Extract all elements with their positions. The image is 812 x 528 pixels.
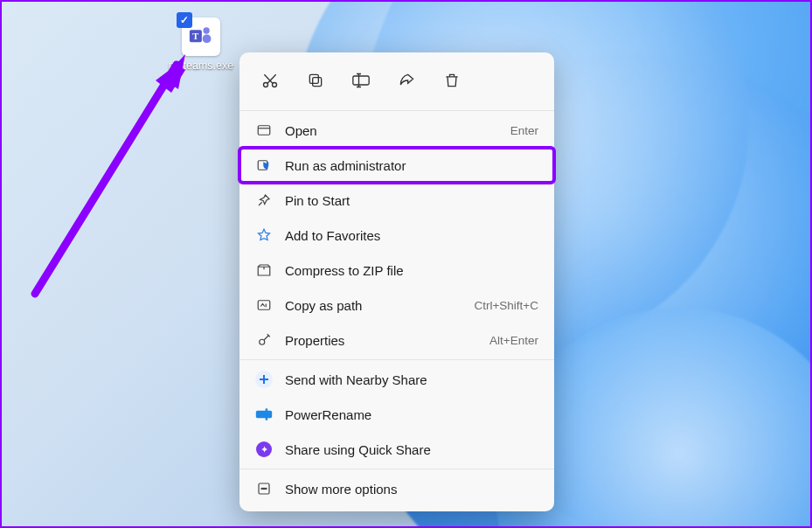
menu-item-run-as-admin[interactable]: Run as administrator xyxy=(239,148,554,183)
menu-item-label: Properties xyxy=(276,333,489,348)
svg-rect-10 xyxy=(309,74,318,83)
rename-icon xyxy=(351,72,371,89)
menu-item-compress-zip[interactable]: Compress to ZIP file xyxy=(239,253,554,288)
menu-item-label: Share using Quick Share xyxy=(276,442,538,457)
menu-item-open[interactable]: Open Enter xyxy=(239,113,554,148)
svg-rect-3 xyxy=(203,34,212,43)
menu-separator xyxy=(239,359,554,360)
menu-separator xyxy=(239,469,554,469)
svg-rect-17 xyxy=(266,408,268,420)
menu-item-label: Pin to Start xyxy=(276,193,538,208)
annotation-arrow xyxy=(17,49,201,302)
delete-button[interactable] xyxy=(432,63,472,98)
cut-button[interactable] xyxy=(250,63,290,98)
svg-text:T: T xyxy=(192,31,198,41)
menu-item-powerrename[interactable]: PowerRename xyxy=(239,397,554,432)
menu-item-label: Run as administrator xyxy=(276,158,538,173)
shield-icon xyxy=(252,157,276,173)
menu-item-pin-to-start[interactable]: Pin to Start xyxy=(239,183,554,218)
menu-item-label: Send with Nearby Share xyxy=(276,372,538,387)
copy-button[interactable] xyxy=(295,63,336,98)
rename-button[interactable] xyxy=(341,63,381,98)
powerrename-icon xyxy=(252,407,276,421)
menu-item-properties[interactable]: Properties Alt+Enter xyxy=(239,323,554,358)
checkmark-badge-icon xyxy=(177,12,192,28)
pin-icon xyxy=(252,192,276,208)
share-icon xyxy=(398,72,415,89)
svg-point-2 xyxy=(203,27,209,33)
nearby-share-icon xyxy=(252,371,276,388)
teams-icon: T xyxy=(189,24,213,49)
menu-item-label: PowerRename xyxy=(276,407,538,422)
context-menu-toolbar xyxy=(239,58,554,108)
copy-icon xyxy=(307,72,324,89)
svg-point-8 xyxy=(273,83,277,87)
share-button[interactable] xyxy=(386,63,427,98)
svg-point-21 xyxy=(266,488,267,490)
menu-item-show-more[interactable]: Show more options xyxy=(239,471,554,506)
svg-point-15 xyxy=(260,339,265,344)
menu-item-label: Compress to ZIP file xyxy=(276,263,538,278)
menu-item-nearby-share[interactable]: Send with Nearby Share xyxy=(239,362,554,397)
copy-path-icon xyxy=(252,297,276,313)
svg-rect-11 xyxy=(353,76,369,85)
menu-item-label: Open xyxy=(276,123,510,138)
more-options-icon xyxy=(252,481,276,497)
menu-separator xyxy=(239,110,554,111)
desktop-area[interactable]: T msteams.exe xyxy=(0,0,812,528)
svg-rect-9 xyxy=(313,78,322,87)
menu-item-shortcut: Ctrl+Shift+C xyxy=(474,299,538,312)
menu-item-label: Show more options xyxy=(276,482,538,497)
menu-item-label: Copy as path xyxy=(276,298,474,313)
open-icon xyxy=(252,122,276,138)
svg-rect-12 xyxy=(258,126,270,135)
properties-icon xyxy=(252,332,276,348)
menu-item-copy-as-path[interactable]: Copy as path Ctrl+Shift+C xyxy=(239,288,554,323)
menu-item-quick-share[interactable]: ✦ Share using Quick Share xyxy=(239,432,554,467)
svg-point-20 xyxy=(263,488,265,490)
menu-item-shortcut: Enter xyxy=(510,124,538,137)
menu-item-label: Add to Favorites xyxy=(276,228,538,243)
star-icon xyxy=(252,227,276,243)
app-tile: T xyxy=(182,17,220,56)
svg-point-7 xyxy=(264,83,268,87)
context-menu: Open Enter Run as administrator Pin to S… xyxy=(239,52,554,511)
quick-share-icon: ✦ xyxy=(252,441,276,457)
desktop-icon-label: msteams.exe xyxy=(166,59,236,72)
svg-point-19 xyxy=(261,488,263,490)
svg-line-4 xyxy=(35,65,177,294)
menu-item-add-to-favorites[interactable]: Add to Favorites xyxy=(239,218,554,253)
zip-icon xyxy=(252,262,276,278)
menu-item-shortcut: Alt+Enter xyxy=(489,334,538,347)
svg-rect-16 xyxy=(256,411,272,418)
delete-icon xyxy=(443,72,461,89)
cut-icon xyxy=(261,72,279,89)
desktop-icon-msteams[interactable]: T msteams.exe xyxy=(166,17,236,72)
